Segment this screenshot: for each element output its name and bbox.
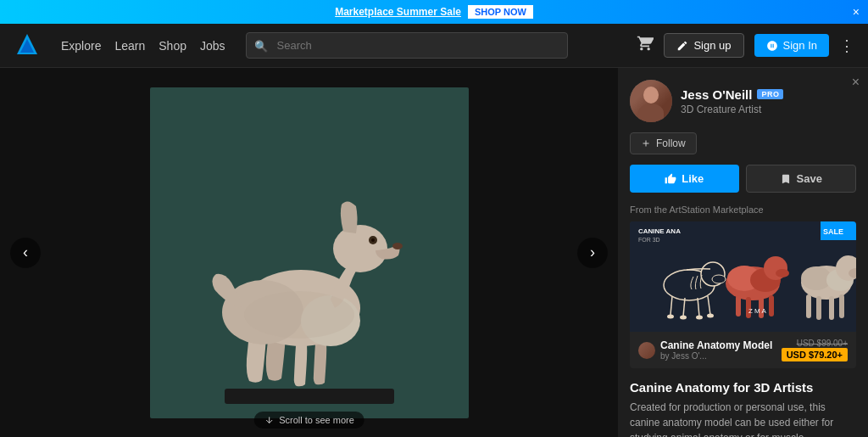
svg-point-19 xyxy=(696,316,703,320)
search-icon: 🔍 xyxy=(254,39,268,52)
product-avatar xyxy=(638,342,655,359)
product-name: Canine Anatomy Model xyxy=(660,339,776,351)
search-bar: 🔍 xyxy=(246,32,568,59)
svg-point-7 xyxy=(392,243,403,249)
svg-point-27 xyxy=(776,269,789,277)
nav-jobs[interactable]: Jobs xyxy=(200,39,225,53)
side-panel: × Jess O'Neill PRO 3D Creature Artist Fo… xyxy=(618,68,868,437)
product-by: by Jess O'... xyxy=(660,351,776,361)
svg-point-9 xyxy=(371,238,375,242)
svg-rect-41 xyxy=(839,294,844,318)
svg-rect-40 xyxy=(829,296,834,320)
svg-point-18 xyxy=(680,316,687,320)
svg-point-10 xyxy=(244,291,354,339)
search-input[interactable] xyxy=(246,32,568,59)
panel-close-button[interactable]: × xyxy=(852,75,860,90)
image-viewer: ‹ xyxy=(0,68,618,437)
shop-now-button[interactable]: SHOP NOW xyxy=(468,5,533,19)
scroll-hint: Scroll to see more xyxy=(253,412,364,429)
svg-point-22 xyxy=(712,275,726,283)
product-image-svg: CANINE ANA FOR 3D Z M A SALE xyxy=(630,221,856,332)
main-area: ‹ xyxy=(0,68,868,437)
banner-close-button[interactable]: × xyxy=(853,5,860,19)
follow-icon xyxy=(641,138,651,148)
next-button[interactable]: › xyxy=(577,238,608,268)
dog-illustration xyxy=(174,113,445,418)
svg-rect-2 xyxy=(225,389,394,404)
artist-title: 3D Creature Artist xyxy=(681,104,783,115)
artist-name-block: Jess O'Neill PRO 3D Creature Artist xyxy=(681,87,783,115)
nav-learn[interactable]: Learn xyxy=(114,39,145,53)
follow-button[interactable]: Follow xyxy=(630,132,697,154)
artist-info: Jess O'Neill PRO 3D Creature Artist xyxy=(630,80,856,122)
svg-text:CANINE ANA: CANINE ANA xyxy=(638,227,681,235)
bookmark-icon xyxy=(780,173,792,185)
action-buttons: Like Save xyxy=(630,165,856,193)
product-footer: Canine Anatomy Model by Jess O'... USD $… xyxy=(630,332,856,368)
svg-rect-31 xyxy=(769,295,774,317)
svg-rect-39 xyxy=(816,296,821,320)
product-info: Canine Anatomy Model by Jess O'... xyxy=(660,339,776,361)
panel-content: × Jess O'Neill PRO 3D Creature Artist Fo… xyxy=(618,68,868,437)
svg-rect-28 xyxy=(736,295,741,317)
banner-link[interactable]: Marketplace Summer Sale xyxy=(335,6,461,18)
product-image: CANINE ANA FOR 3D Z M A SALE xyxy=(630,221,856,332)
nav-explore[interactable]: Explore xyxy=(61,39,101,53)
price-block: USD $99.00+ USD $79.20+ xyxy=(782,339,848,361)
marketplace-label: From the ArtStation Marketplace xyxy=(630,204,856,215)
product-card[interactable]: CANINE ANA FOR 3D Z M A SALE Canine Anat… xyxy=(630,221,856,368)
like-button[interactable]: Like xyxy=(630,165,739,193)
avatar xyxy=(630,80,672,122)
artist-name-row: Jess O'Neill PRO xyxy=(681,87,783,102)
svg-text:Z M A: Z M A xyxy=(748,307,767,315)
product-desc: Created for production or personal use, … xyxy=(630,400,856,437)
svg-text:FOR 3D: FOR 3D xyxy=(638,237,660,243)
sale-price: USD $79.20+ xyxy=(782,348,848,361)
navbar: Explore Learn Shop Jobs 🔍 Sign up Sign I… xyxy=(0,24,868,68)
logo[interactable] xyxy=(14,31,41,61)
artwork-canvas xyxy=(150,87,469,418)
nav-links: Explore Learn Shop Jobs xyxy=(61,39,225,53)
prev-button[interactable]: ‹ xyxy=(10,238,41,268)
pro-badge: PRO xyxy=(757,89,783,99)
promo-banner: Marketplace Summer Sale SHOP NOW × xyxy=(0,0,868,24)
svg-point-20 xyxy=(707,314,714,318)
nav-shop[interactable]: Shop xyxy=(159,39,186,53)
cart-button[interactable] xyxy=(637,35,654,56)
svg-point-17 xyxy=(667,315,674,319)
original-price: USD $99.00+ xyxy=(782,339,848,348)
artist-name: Jess O'Neill xyxy=(681,87,752,102)
thumbs-up-icon xyxy=(665,173,676,185)
scroll-icon xyxy=(264,415,274,425)
save-button[interactable]: Save xyxy=(746,165,857,193)
product-title: Canine Anatomy for 3D Artists xyxy=(630,380,856,395)
signup-button[interactable]: Sign up xyxy=(664,33,743,58)
svg-text:SALE: SALE xyxy=(823,227,843,236)
svg-rect-38 xyxy=(806,294,811,318)
signin-button[interactable]: Sign In xyxy=(754,34,829,57)
svg-point-6 xyxy=(333,225,387,272)
more-options-button[interactable]: ⋮ xyxy=(839,36,854,55)
nav-right: Sign up Sign In ⋮ xyxy=(637,33,854,58)
